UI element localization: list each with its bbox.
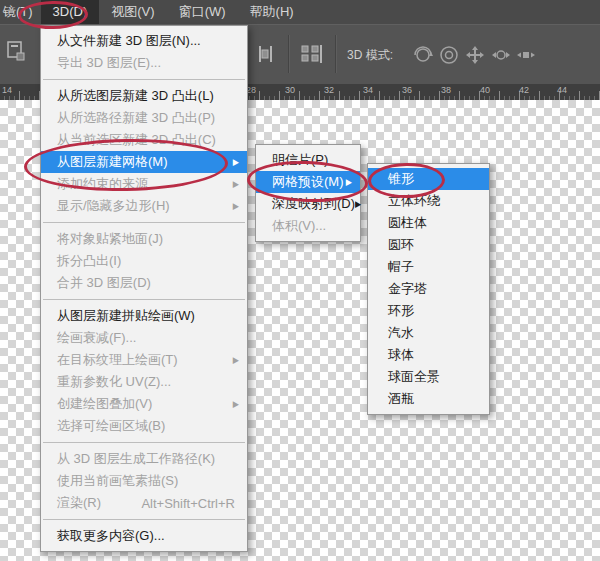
menu-item-label: 选择可绘画区域(B) (57, 417, 165, 435)
menu-item-label: 汽水 (388, 324, 414, 342)
menu-item-label: 渲染(R) (57, 494, 101, 512)
menu-item-label: 帽子 (388, 258, 414, 276)
ruler-number: 30 (285, 85, 295, 95)
menu-item-wine-bottle[interactable]: 酒瓶 (368, 388, 489, 410)
menu-item-label: 体积(V)... (272, 217, 326, 235)
menu-item-label: 从当前选区新建 3D 凸出(C) (57, 131, 216, 149)
menu-item-new-tiled-painting-from-layer[interactable]: 从图层新建拼贴绘画(W) (41, 305, 247, 327)
menu-item-label: 重新参数化 UV(Z)... (57, 373, 171, 391)
menu-item-label: 导出 3D 图层(E)... (57, 54, 161, 72)
menu-item-volume[interactable]: 体积(V)... (256, 215, 360, 237)
submenu-arrow-icon: ▶ (233, 355, 239, 365)
ruler-number: 44 (557, 85, 567, 95)
menu-item-reparameterize-uv[interactable]: 重新参数化 UV(Z)... (41, 371, 247, 393)
menu-item-cylinder[interactable]: 圆柱体 (368, 212, 489, 234)
menu-item-get-more-content[interactable]: 获取更多内容(G)... (41, 525, 247, 547)
menubar: 镜(T)3D(D)视图(V)窗口(W)帮助(H) (0, 0, 600, 24)
menu-item-pyramid[interactable]: 金字塔 (368, 278, 489, 300)
menu-item-new-3d-extrusion-from-path[interactable]: 从所选路径新建 3D 凸出(P) (41, 107, 247, 129)
menu-item-add-constraint-source[interactable]: 添加约束的来源▶ (41, 173, 247, 195)
menu-separator (43, 519, 245, 520)
ruler-number: 42 (519, 85, 529, 95)
menu-separator (43, 299, 245, 300)
menu-item-cone[interactable]: 锥形 (368, 168, 489, 190)
submenu-arrow-icon: ▶ (355, 199, 361, 209)
menu-item-paint-on-target-texture[interactable]: 在目标纹理上绘画(T)▶ (41, 349, 247, 371)
menu-separator (43, 222, 245, 223)
menu-item-label: 球体 (388, 346, 414, 364)
submenu-arrow-icon: ▶ (233, 399, 239, 409)
menu-item-hat[interactable]: 帽子 (368, 256, 489, 278)
menu-item-select-paintable-areas[interactable]: 选择可绘画区域(B) (41, 415, 247, 437)
menu-item-donut[interactable]: 圆环 (368, 234, 489, 256)
menu-item-label: 使用当前画笔素描(S) (57, 472, 178, 490)
menubar-item-menu-help[interactable]: 帮助(H) (238, 0, 306, 24)
menu-item-label: 立体环绕 (388, 192, 440, 210)
ruler-number: 38 (441, 85, 451, 95)
menubar-item-menu-window[interactable]: 窗口(W) (167, 0, 238, 24)
pan-3d-icon[interactable] (464, 44, 486, 66)
tool-preset-icon[interactable] (6, 40, 26, 62)
menu-item-new-3d-extrusion-from-selection[interactable]: 从当前选区新建 3D 凸出(C) (41, 129, 247, 151)
menu-item-depth-map-to[interactable]: 深度映射到(D)▶ (256, 193, 360, 215)
menu-item-new-mesh-from-layer[interactable]: 从图层新建网格(M)▶ (41, 151, 247, 173)
menu-item-label: 从所选图层新建 3D 凸出(L) (57, 87, 214, 105)
menu-item-cube-wrap[interactable]: 立体环绕 (368, 190, 489, 212)
menu-item-ring[interactable]: 环形 (368, 300, 489, 322)
roll-3d-icon[interactable] (438, 44, 460, 66)
menubar-item-menu-view[interactable]: 视图(V) (99, 0, 166, 24)
menu-item-export-3d-layer[interactable]: 导出 3D 图层(E)... (41, 52, 247, 74)
submenu-arrow-icon: ▶ (346, 177, 352, 187)
menu-item-postcard[interactable]: 明信片(P) (256, 149, 360, 171)
menu-item-merge-3d-layers[interactable]: 合并 3D 图层(D) (41, 272, 247, 294)
mesh-preset-submenu: 锥形立体环绕圆柱体圆环帽子金字塔环形汽水球体球面全景酒瓶 (367, 163, 490, 415)
menu-item-new-3d-layer-from-file[interactable]: 从文件新建 3D 图层(N)... (41, 30, 247, 52)
ruler-number: 34 (363, 85, 373, 95)
options-divider (288, 35, 290, 73)
menu-item-generate-work-path-from-3d-layer[interactable]: 从 3D 图层生成工作路径(K) (41, 448, 247, 470)
distribute-icon[interactable] (300, 45, 324, 63)
menu-item-label: 从 3D 图层生成工作路径(K) (57, 450, 215, 468)
slide-3d-icon[interactable] (490, 44, 512, 66)
menu-item-sphere[interactable]: 球体 (368, 344, 489, 366)
menu-item-soda[interactable]: 汽水 (368, 322, 489, 344)
ruler-number: 14 (2, 85, 12, 95)
menu-separator (43, 442, 245, 443)
menu-item-new-3d-extrusion-from-layer[interactable]: 从所选图层新建 3D 凸出(L) (41, 85, 247, 107)
scale-3d-icon[interactable] (515, 44, 537, 66)
ruler-number: 36 (402, 85, 412, 95)
ruler-number: 40 (480, 85, 490, 95)
menu-item-create-paint-overlay[interactable]: 创建绘图叠加(V)▶ (41, 393, 247, 415)
menu-item-label: 创建绘图叠加(V) (57, 395, 152, 413)
submenu-arrow-icon: ▶ (233, 179, 239, 189)
3d-mode-label: 3D 模式: (347, 25, 393, 85)
menu-item-split-extrusion[interactable]: 拆分凸出(I) (41, 250, 247, 272)
submenu-arrow-icon: ▶ (233, 157, 239, 167)
menu-item-label: 球面全景 (388, 368, 440, 386)
menu-item-mesh-preset[interactable]: 网格预设(M)▶ (256, 171, 360, 193)
menu-item-label: 在目标纹理上绘画(T) (57, 351, 178, 369)
menu-item-label: 合并 3D 图层(D) (57, 274, 151, 292)
menu-item-label: 深度映射到(D) (272, 195, 355, 213)
menu-item-spherical-panorama[interactable]: 球面全景 (368, 366, 489, 388)
menu-item-label: 从文件新建 3D 图层(N)... (57, 32, 201, 50)
menu-item-paint-falloff[interactable]: 绘画衰减(F)... (41, 327, 247, 349)
menu-item-label: 绘画衰减(F)... (57, 329, 136, 347)
menubar-item-menu-3d[interactable]: 3D(D) (41, 0, 100, 24)
menu-item-label: 圆环 (388, 236, 414, 254)
align-icon[interactable] (256, 45, 276, 63)
menu-item-label: 明信片(P) (272, 151, 328, 169)
menu-item-show-hide-polygons[interactable]: 显示/隐藏多边形(H)▶ (41, 195, 247, 217)
menu-item-render[interactable]: 渲染(R)Alt+Shift+Ctrl+R (41, 492, 247, 514)
menu-item-snap-object-to-ground[interactable]: 将对象贴紧地面(J) (41, 228, 247, 250)
menu-item-label: 显示/隐藏多边形(H) (57, 197, 170, 215)
menu-item-shortcut: Alt+Shift+Ctrl+R (141, 496, 239, 511)
options-divider (335, 35, 337, 73)
menubar-item-menu-filter[interactable]: 镜(T) (0, 0, 41, 24)
menu-item-label: 将对象贴紧地面(J) (57, 230, 163, 248)
menu-item-label: 环形 (388, 302, 414, 320)
menu-item-label: 金字塔 (388, 280, 427, 298)
orbit-3d-icon[interactable] (412, 44, 434, 66)
new-mesh-from-layer-submenu: 明信片(P)网格预设(M)▶深度映射到(D)▶体积(V)... (255, 144, 361, 242)
menu-item-sketch-with-current-brush[interactable]: 使用当前画笔素描(S) (41, 470, 247, 492)
